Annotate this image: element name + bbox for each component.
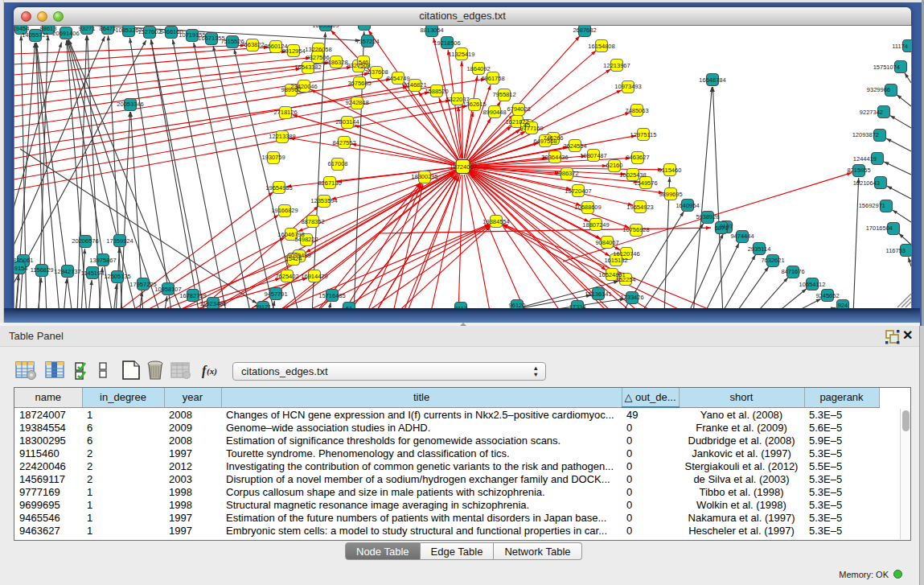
svg-text:1527602: 1527602 <box>138 28 161 35</box>
svg-text:9777169: 9777169 <box>519 125 543 132</box>
svg-text:7955812: 7955812 <box>492 91 515 98</box>
svg-text:252254: 252254 <box>615 276 635 283</box>
svg-text:8813054: 8813054 <box>420 27 443 34</box>
svg-text:8112: 8112 <box>454 305 467 312</box>
svg-text:17016504: 17016504 <box>866 225 893 232</box>
svg-text:16543382: 16543382 <box>294 64 321 71</box>
svg-text:8878352: 8878352 <box>301 218 324 225</box>
svg-text:19218506: 19218506 <box>433 39 460 47</box>
svg-text:9329966: 9329966 <box>867 86 890 93</box>
svg-text:62160: 62160 <box>606 162 623 169</box>
svg-text:8427552: 8427552 <box>332 139 355 146</box>
svg-text:6794028: 6794028 <box>507 105 530 113</box>
svg-text:12213967: 12213967 <box>603 62 630 69</box>
svg-text:13975867: 13975867 <box>89 257 116 264</box>
svg-text:16914479: 16914479 <box>301 273 327 280</box>
svg-text:7632621: 7632621 <box>761 257 784 264</box>
svg-text:11923466: 11923466 <box>200 300 227 307</box>
svg-text:1640954: 1640954 <box>676 202 699 209</box>
svg-text:17957225: 17957225 <box>129 281 156 288</box>
svg-text:9245652: 9245652 <box>815 292 839 299</box>
svg-text:96120: 96120 <box>509 302 526 309</box>
svg-text:1588520: 1588520 <box>425 88 448 95</box>
svg-text:9319514: 9319514 <box>352 20 376 27</box>
svg-text:5498222: 5498222 <box>294 236 318 243</box>
svg-text:(x): (x) <box>207 366 217 377</box>
svg-text:12213389: 12213389 <box>269 133 295 140</box>
svg-text:8186328: 8186328 <box>324 59 347 66</box>
svg-text:617008: 617008 <box>327 160 347 167</box>
svg-text:39154: 39154 <box>11 265 28 272</box>
svg-text:1549576: 1549576 <box>634 179 657 187</box>
svg-text:16154808: 16154808 <box>588 43 614 50</box>
svg-text:13226058: 13226058 <box>305 46 331 53</box>
svg-text:8267130: 8267130 <box>318 179 341 187</box>
svg-text:19166829: 19166829 <box>271 207 298 214</box>
svg-text:7663822: 7663822 <box>240 41 264 48</box>
svg-text:1930759: 1930759 <box>261 154 285 161</box>
svg-text:20364436: 20364436 <box>541 154 568 161</box>
svg-text:7357224: 7357224 <box>355 38 379 45</box>
svg-text:15692971: 15692971 <box>859 202 885 209</box>
svg-text:12093872: 12093872 <box>852 131 879 138</box>
svg-text:11325419: 11325419 <box>449 51 475 58</box>
svg-text:18807249: 18807249 <box>582 221 609 229</box>
svg-text:12942737: 12942737 <box>54 268 80 275</box>
svg-text:9899695: 9899695 <box>659 191 682 198</box>
svg-text:15136141: 15136141 <box>585 290 611 298</box>
svg-text:93271: 93271 <box>79 25 96 32</box>
svg-text:1864092: 1864092 <box>466 65 490 72</box>
svg-text:7625402: 7625402 <box>275 273 298 280</box>
svg-text:8215955: 8215955 <box>847 167 870 174</box>
svg-text:16782759: 16782759 <box>179 292 206 299</box>
svg-text:20053346: 20053346 <box>117 101 143 108</box>
svg-text:7986372: 7986372 <box>555 170 578 177</box>
svg-text:12505135: 12505135 <box>104 273 130 280</box>
svg-text:8471676: 8471676 <box>781 268 804 275</box>
svg-text:989962: 989962 <box>281 86 301 93</box>
svg-text:17334: 17334 <box>569 303 586 311</box>
svg-text:15424: 15424 <box>285 255 302 262</box>
svg-text:20206576: 20206576 <box>72 237 98 245</box>
svg-text:10688609: 10688609 <box>574 204 601 211</box>
svg-text:12353594: 12353594 <box>310 197 337 204</box>
svg-text:3624554: 3624554 <box>563 142 586 150</box>
svg-text:3675685: 3675685 <box>347 80 371 87</box>
svg-text:1244419: 1244419 <box>853 155 877 163</box>
svg-text:6871: 6871 <box>715 225 729 232</box>
svg-text:9115460: 9115460 <box>659 167 682 174</box>
svg-text:1156829: 1156829 <box>31 266 54 274</box>
svg-text:546: 546 <box>359 59 369 66</box>
svg-text:9242848: 9242848 <box>345 99 368 106</box>
svg-text:19384554: 19384554 <box>483 218 509 225</box>
svg-text:18724007: 18724007 <box>450 163 476 171</box>
svg-text:10958107: 10958107 <box>154 286 181 293</box>
svg-text:9227342: 9227342 <box>860 109 883 116</box>
svg-text:116753: 116753 <box>886 247 906 254</box>
svg-text:1733426: 1733426 <box>620 294 643 301</box>
svg-text:16033809: 16033809 <box>312 22 339 29</box>
svg-text:9146821: 9146821 <box>403 81 426 89</box>
svg-text:15716485: 15716485 <box>318 292 345 299</box>
svg-text:14055721: 14055721 <box>22 31 48 39</box>
svg-text:2803144: 2803144 <box>335 118 359 126</box>
svg-text:16210643: 16210643 <box>853 179 880 187</box>
svg-text:2687682: 2687682 <box>573 27 596 34</box>
svg-text:12975115: 12975115 <box>630 131 657 138</box>
svg-text:2935114: 2935114 <box>748 245 771 253</box>
svg-text:17359924: 17359924 <box>106 237 133 245</box>
svg-text:5938928: 5938928 <box>696 213 719 220</box>
svg-text:924: 924 <box>838 302 848 309</box>
svg-text:10654112: 10654112 <box>799 281 826 288</box>
svg-text:3637608: 3637608 <box>364 68 388 76</box>
svg-text:10807487: 10807487 <box>580 152 606 159</box>
svg-text:20691406: 20691406 <box>52 30 79 37</box>
svg-text:18300295: 18300295 <box>411 173 437 180</box>
svg-text:15720407: 15720407 <box>565 187 591 195</box>
svg-text:1615132: 1615132 <box>604 257 627 264</box>
svg-text:835061: 835061 <box>13 257 33 264</box>
svg-text:99121: 99121 <box>255 303 272 311</box>
svg-text:9463627: 9463627 <box>626 154 649 161</box>
svg-text:2718126: 2718126 <box>273 109 297 116</box>
svg-text:15751074: 15751074 <box>873 64 900 71</box>
